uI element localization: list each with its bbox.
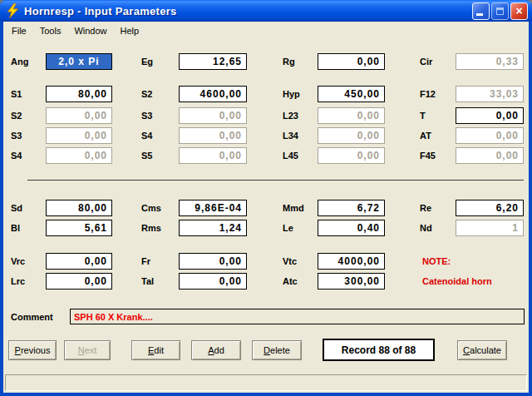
field-s1: S1 80,00: [11, 86, 112, 102]
menu-bar: File Tools Window Help: [3, 23, 529, 38]
field-nd-label: Nd: [420, 223, 432, 233]
field-l45: L45 0,00: [283, 147, 385, 164]
field-cms: Cms 9,86E-04: [141, 200, 247, 216]
field-s2-col2: S2 4600,00: [141, 86, 247, 102]
note-text: Catenoidal horn: [422, 273, 492, 290]
field-le: Le 0,40: [283, 220, 385, 236]
menu-help[interactable]: Help: [114, 24, 146, 37]
previous-button[interactable]: Previous: [8, 340, 57, 360]
field-rms: Rms 1,24: [141, 220, 247, 236]
note-title: NOTE:: [422, 253, 451, 270]
field-cms-label: Cms: [141, 203, 161, 213]
add-button[interactable]: Add: [191, 340, 241, 360]
maximize-button: [491, 2, 509, 20]
field-l23-input: 0,00: [318, 107, 385, 124]
field-f12-label: F12: [420, 89, 436, 99]
field-hyp-input[interactable]: 450,00: [318, 86, 385, 102]
comment-label: Comment: [11, 309, 53, 324]
field-sd-input[interactable]: 80,00: [46, 200, 112, 216]
field-fr-input[interactable]: 0,00: [179, 253, 247, 270]
field-f45-input: 0,00: [456, 147, 524, 164]
field-atc: Atc 300,00: [283, 273, 385, 290]
field-s3-col1-input: 0,00: [46, 127, 112, 144]
next-button: Next: [64, 340, 111, 360]
field-l45-label: L45: [283, 151, 298, 161]
field-vrc-input[interactable]: 0,00: [46, 253, 112, 270]
field-tal: Tal 0,00: [141, 273, 247, 290]
window-title: Hornresp - Input Parameters: [24, 5, 472, 17]
field-s2-col2-label: S2: [141, 89, 152, 99]
field-lrc-label: Lrc: [11, 276, 25, 286]
close-button[interactable]: ×: [510, 2, 528, 20]
field-mmd-input[interactable]: 6,72: [318, 200, 385, 216]
field-l34: L34 0,00: [283, 127, 385, 144]
delete-button[interactable]: Delete: [252, 340, 302, 360]
field-t: T 0,00: [420, 107, 524, 124]
field-le-label: Le: [283, 223, 293, 233]
field-tal-input[interactable]: 0,00: [179, 273, 247, 290]
calculate-button[interactable]: Calculate: [457, 340, 507, 360]
field-s4-col2: S4 0,00: [141, 127, 247, 144]
field-s5: S5 0,00: [141, 147, 247, 164]
field-lrc-input[interactable]: 0,00: [46, 273, 112, 290]
field-vtc: Vtc 4000,00: [283, 253, 385, 270]
field-vtc-input[interactable]: 4000,00: [318, 253, 385, 270]
field-re-input[interactable]: 6,20: [456, 200, 524, 216]
field-f45: F45 0,00: [420, 147, 524, 164]
field-l45-input: 0,00: [318, 147, 385, 164]
menu-file[interactable]: File: [5, 24, 33, 37]
field-s2-col2-input[interactable]: 4600,00: [179, 86, 247, 102]
window-controls: ×: [472, 2, 528, 20]
maximize-icon: [496, 7, 504, 15]
field-s1-input[interactable]: 80,00: [46, 86, 112, 102]
field-eg-input[interactable]: 12,65: [179, 53, 247, 70]
record-counter: Record 88 of 88: [323, 339, 435, 361]
field-at: AT 0,00: [420, 127, 524, 144]
field-s2-col1-label: S2: [11, 111, 22, 121]
field-nd: Nd 1: [420, 220, 524, 236]
field-ang-input[interactable]: 2,0 x Pi: [46, 53, 112, 70]
menu-window[interactable]: Window: [67, 24, 113, 37]
lightning-bolt-icon: [6, 3, 21, 18]
field-vtc-label: Vtc: [283, 256, 297, 266]
field-rg-input[interactable]: 0,00: [318, 53, 385, 70]
field-hyp-label: Hyp: [283, 89, 300, 99]
field-bl: Bl 5,61: [11, 220, 112, 236]
comment-input[interactable]: SPH 60 X Krank....: [70, 309, 525, 324]
field-l34-label: L34: [283, 131, 298, 141]
field-nd-input: 1: [456, 220, 524, 236]
field-vrc-label: Vrc: [11, 256, 25, 266]
field-s5-input: 0,00: [179, 147, 247, 164]
field-rg: Rg 0,00: [283, 53, 385, 70]
field-s4-col1: S4 0,00: [11, 147, 112, 164]
field-s4-col1-input: 0,00: [46, 147, 112, 164]
edit-button[interactable]: Edit: [131, 340, 180, 360]
field-mmd-label: Mmd: [283, 203, 304, 213]
field-cir-label: Cir: [420, 57, 432, 67]
field-t-input[interactable]: 0,00: [456, 107, 524, 124]
field-at-label: AT: [420, 131, 431, 141]
minimize-icon: [476, 13, 483, 16]
field-s3-col2: S3 0,00: [141, 107, 247, 124]
field-s3-col2-input: 0,00: [179, 107, 247, 124]
field-rms-input[interactable]: 1,24: [179, 220, 247, 236]
field-s5-label: S5: [141, 151, 152, 161]
field-vrc: Vrc 0,00: [11, 253, 112, 270]
field-atc-input[interactable]: 300,00: [318, 273, 385, 290]
field-fr-label: Fr: [141, 256, 150, 266]
field-le-input[interactable]: 0,40: [318, 220, 385, 236]
field-cms-input[interactable]: 9,86E-04: [179, 200, 247, 216]
section-divider: [27, 180, 524, 181]
title-bar[interactable]: Hornresp - Input Parameters ×: [0, 0, 532, 22]
field-bl-input[interactable]: 5,61: [46, 220, 112, 236]
field-re: Re 6,20: [420, 200, 524, 216]
field-ang-label: Ang: [11, 57, 28, 67]
menu-tools[interactable]: Tools: [33, 24, 68, 37]
minimize-button[interactable]: [472, 2, 490, 20]
field-s4-col2-input: 0,00: [179, 127, 247, 144]
hornresp-window: Hornresp - Input Parameters × File Tools…: [0, 0, 532, 396]
field-l23: L23 0,00: [283, 107, 385, 124]
field-t-label: T: [420, 111, 426, 121]
field-hyp: Hyp 450,00: [283, 86, 385, 102]
field-tal-label: Tal: [141, 276, 154, 286]
